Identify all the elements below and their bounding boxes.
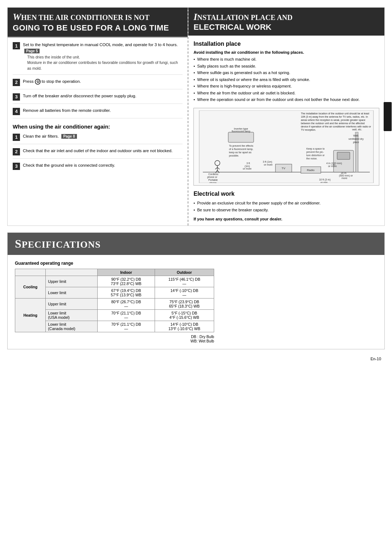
specifications-section: SPECIFICATIONS Guaranteed operating rang… <box>7 232 385 349</box>
heating-upper-indoor: 80°F (26.7°C) DB— <box>98 298 155 309</box>
step-content-3: Turn off the breaker and/or disconnect t… <box>23 93 183 99</box>
svg-text:phone or: phone or <box>207 176 217 179</box>
specs-subtitle: Guaranteed operating range <box>15 261 377 266</box>
svg-text:or min.: or min. <box>320 181 328 183</box>
cooling-upper-indoor: 90°F (32.2°C) DB73°F (22.8°C) WB <box>98 276 155 287</box>
svg-text:keep as far apart as: keep as far apart as <box>229 151 252 154</box>
step-num-3: 3 <box>13 93 20 101</box>
svg-text:3 ft (1m): 3 ft (1m) <box>263 161 272 163</box>
step-num-4: 4 <box>13 108 20 115</box>
step-4: 4 Remove all batteries from the remote c… <box>13 107 183 118</box>
when-step-num-1: 1 <box>13 134 20 141</box>
cooling-label: Cooling <box>15 276 46 298</box>
svg-text:wall, etc.: wall, etc. <box>352 128 362 131</box>
list-item: Provide an exclusive circuit for the pow… <box>193 200 379 206</box>
right-header-line2: ELECTRICAL WORK <box>193 23 379 32</box>
heating-upper-outdoor: 75°F (23.9°C) DB65°F (18.3°C) WB <box>155 298 214 309</box>
table-header-col1 <box>46 269 98 276</box>
when-step-num-3: 3 <box>13 163 20 170</box>
right-header-line1: INSTALLATION PLACE AND <box>193 11 379 23</box>
when-step-2: 2 Check that the air inlet and outlet of… <box>13 148 183 159</box>
heating-label: Heating <box>15 298 46 332</box>
cooling-upper-label: Upper limit <box>46 276 98 287</box>
big-w-letter: W <box>13 12 21 22</box>
page-number: En-10 <box>7 357 385 361</box>
step-content-4: Remove all batteries from the remote con… <box>23 107 183 114</box>
step-num-2: 2 <box>13 79 20 86</box>
svg-text:Portable: Portable <box>208 179 218 181</box>
step-1: 1 Set to the highest temperature in manu… <box>13 42 183 75</box>
cooling-lower-label: Lower limit <box>46 287 98 298</box>
diagram-svg: The installation location of the outdoor… <box>196 110 377 183</box>
specs-header: SPECIFICATIONS <box>8 233 384 255</box>
when-step-content-3: Check that the ground wire is connected … <box>23 162 183 169</box>
svg-text:of a fluorescent lamp,: of a fluorescent lamp, <box>229 148 253 151</box>
heating-lower-canada-label: Lower limit(Canada model) <box>46 321 98 332</box>
electrical-list: Provide an exclusive circuit for the pow… <box>193 200 379 213</box>
top-section: WHEN THE AIR CONDITIONER IS NOT GOING TO… <box>7 7 385 226</box>
page: WHEN THE AIR CONDITIONER IS NOT GOING TO… <box>0 0 392 540</box>
left-header-line1: WHEN THE AIR CONDITIONER IS NOT <box>13 11 183 23</box>
list-item: Be sure to observe the breaker capacity. <box>193 207 379 213</box>
list-item: Where the operation sound or air from th… <box>193 97 379 103</box>
svg-text:3 ft: 3 ft <box>246 162 250 165</box>
svg-text:To prevent the effects: To prevent the effects <box>229 145 253 147</box>
list-item: Where there is much machine oil. <box>193 56 379 62</box>
page-ref-1: Page 5 <box>24 49 40 53</box>
svg-text:Well-: Well- <box>353 134 359 137</box>
cooling-lower-indoor: 67°F (19.4°C) DB57°F (13.9°C) WB <box>98 287 155 298</box>
step1-bullet1: This dries the inside of the unit. <box>27 54 183 60</box>
installation-diagram: The installation location of the outdoor… <box>193 108 379 186</box>
db-note: DB : Dry BulbWB: Wet Bulb <box>15 334 214 343</box>
consult-note: If you have any questions, consult your … <box>193 217 379 221</box>
installation-place: Installation place Avoid installing the … <box>193 41 379 103</box>
step-num-1: 1 <box>13 42 20 49</box>
svg-text:or more: or more <box>264 163 273 166</box>
svg-text:or more: or more <box>243 167 252 170</box>
left-header-line2: GOING TO BE USED FOR A LONG TIME <box>13 23 183 33</box>
svg-text:more: more <box>342 177 347 179</box>
list-item: Salty places such as the seaside. <box>193 63 379 69</box>
table-header-indoor: Indoor <box>98 269 155 276</box>
step-content-1: Set to the highest temperature in manual… <box>23 42 183 72</box>
sidebar-tab <box>384 102 392 131</box>
when-step-content-1: Clean the air filters. Page 8 <box>23 133 183 139</box>
avoid-title: Avoid installing the air conditioner in … <box>193 50 379 54</box>
page-ref-when-1: Page 8 <box>61 134 77 139</box>
svg-text:Radio: Radio <box>307 169 315 172</box>
svg-text:TV: TV <box>282 167 286 170</box>
cooling-lower-outdoor: 14°F (-10°C) DB— <box>155 287 214 298</box>
when-using-title: When using the air conditioner again: <box>13 123 183 130</box>
svg-text:place: place <box>353 141 359 144</box>
svg-rect-15 <box>228 132 254 142</box>
svg-text:Keep a space to: Keep a space to <box>306 147 325 150</box>
step-content-2: Press ⏻ to stop the operation. <box>23 78 183 85</box>
list-item: Where sulfide gas is generated such as a… <box>193 70 379 76</box>
when-step-3: 3 Check that the ground wire is connecte… <box>13 162 183 173</box>
svg-text:ventilated dry: ventilated dry <box>348 138 364 141</box>
svg-text:10 ft (3 m): 10 ft (3 m) <box>319 178 331 181</box>
svg-text:or more: or more <box>328 165 337 167</box>
electrical-work-title: Electrical work <box>193 191 379 197</box>
heating-lower-usa-indoor: 70°F (21.1°C) DB— <box>98 309 155 321</box>
installation-place-title: Installation place <box>193 41 379 47</box>
table-header-outdoor: Outdoor <box>155 269 214 276</box>
svg-text:fluorescent lamp: fluorescent lamp <box>232 130 250 133</box>
step-2: 2 Press ⏻ to stop the operation. <box>13 78 183 89</box>
big-s-letter: S <box>15 237 22 250</box>
right-panel: INSTALLATION PLACE AND ELECTRICAL WORK I… <box>188 8 384 226</box>
svg-text:phone: phone <box>209 182 217 183</box>
heating-lower-usa-label: Lower limit(USA model) <box>46 309 98 321</box>
heating-lower-usa-outdoor: 5°F (-15°C) DB4°F (-15.6°C) WB <box>155 309 214 321</box>
svg-text:4 in (100 mm): 4 in (100 mm) <box>326 162 342 165</box>
table-row: Cooling Upper limit 90°F (32.2°C) DB73°F… <box>15 276 214 287</box>
step-3: 3 Turn off the breaker and/or disconnect… <box>13 93 183 104</box>
electrical-work: Electrical work Provide an exclusive cir… <box>193 191 379 221</box>
right-header: INSTALLATION PLACE AND ELECTRICAL WORK <box>188 8 384 36</box>
list-item: Where the air from the outdoor unit air … <box>193 90 379 96</box>
installation-list: Where there is much machine oil. Salty p… <box>193 56 379 103</box>
svg-text:20 in: 20 in <box>341 172 346 174</box>
onoff-icon: ⏻ <box>35 79 41 85</box>
list-item: Where there is high-frequency or wireles… <box>193 83 379 89</box>
step1-bullet2: Moisture in the air conditioner contribu… <box>27 60 183 72</box>
